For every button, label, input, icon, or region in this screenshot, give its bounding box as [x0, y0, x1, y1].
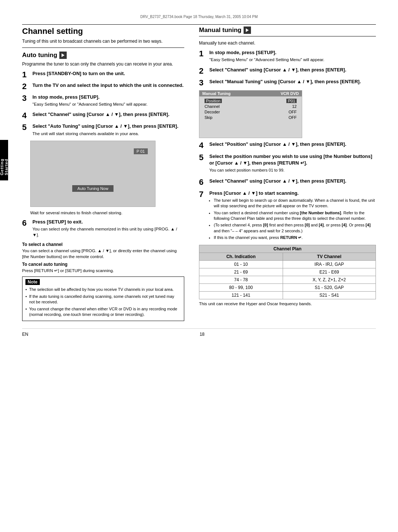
auto-step-2-number: 2 — [22, 82, 30, 91]
manual-step-1-content: In stop mode, press [SETUP]. "Easy Setti… — [209, 49, 376, 64]
manual-screen-skip-label: Skip — [205, 115, 212, 120]
screen-caption: Wait for several minutes to finish chann… — [30, 210, 184, 216]
manual-screen-skip-value: OFF — [289, 115, 297, 120]
manual-step-4: 4 Select "Position" using [Cursor ▲ / ▼]… — [199, 141, 376, 150]
manual-tuning-heading: Manual tuning — [199, 27, 376, 34]
auto-step-3-number: 3 — [22, 94, 30, 108]
manual-screen-header-right: VCR DVD — [280, 91, 299, 96]
tv-ch-3: X, Y, Z, Z+1, Z+2 — [283, 276, 376, 283]
manual-screen-row-2: Channel 12 — [205, 104, 297, 109]
bullet-4: If this is the channel you want, press R… — [214, 235, 376, 240]
auto-step-1-number: 1 — [22, 70, 30, 79]
manual-screen-header: Manual Tuning VCR DVD — [199, 91, 302, 96]
auto-step-6: 6 Press [SETUP] to exit. You can select … — [22, 219, 184, 239]
manual-step-5-main: Select the position number you wish to u… — [209, 153, 376, 166]
manual-step-6-main: Select "Channel" using [Cursor ▲ / ▼], t… — [209, 178, 376, 184]
auto-step-6-number: 6 — [22, 219, 30, 239]
svg-marker-12 — [62, 53, 64, 57]
manual-screen-dec-label: Decoder — [205, 110, 220, 114]
channel-plan-row-5: 121 - 141 S21 - S41 — [199, 291, 376, 299]
manual-step-7-main: Press [Cursor ▲ / ▼] to start scanning. — [209, 190, 376, 197]
note-title: Note — [25, 279, 40, 285]
manual-step-6: 6 Select "Channel" using [Cursor ▲ / ▼],… — [199, 178, 376, 187]
auto-tuning-icon — [59, 52, 67, 59]
main-content: Channel setting Tuning of this unit to b… — [22, 27, 376, 321]
manual-step-5: 5 Select the position number you wish to… — [199, 153, 376, 175]
manual-step-5-number: 5 — [199, 153, 207, 175]
manual-step-2-main: Select "Channel" using [Cursor ▲ / ▼], t… — [209, 67, 376, 73]
auto-step-6-sub: You can select only the channels memoriz… — [32, 226, 184, 238]
manual-step-6-content: Select "Channel" using [Cursor ▲ / ▼], t… — [209, 178, 376, 187]
auto-step-4-main: Select "Channel" using [Cursor ▲ / ▼], t… — [32, 111, 184, 118]
manual-step-7-number: 7 — [199, 190, 207, 242]
manual-step-1: 1 In stop mode, press [SETUP]. "Easy Set… — [199, 49, 376, 64]
note-box: Note The selection will be affected by h… — [22, 276, 184, 321]
auto-step-4: 4 Select "Channel" using [Cursor ▲ / ▼],… — [22, 111, 184, 120]
auto-step-6-content: Press [SETUP] to exit. You can select on… — [32, 219, 184, 239]
top-rule — [22, 24, 376, 25]
tv-ch-5: S21 - S41 — [283, 291, 376, 299]
manual-intro: Manually tune each channel. — [199, 40, 376, 46]
channel-plan-header-1: Ch. Indication — [199, 253, 283, 260]
manual-screen-ch-value: 12 — [292, 104, 297, 109]
manual-tuning-screen: Manual Tuning VCR DVD Position P01 Chann… — [199, 90, 302, 138]
auto-step-3: 3 In stop mode, press [SETUP]. "Easy Set… — [22, 94, 184, 108]
channel-setting-title: Channel setting — [22, 27, 184, 36]
bullet-3: (To select channel 4, press [0] first an… — [214, 222, 376, 234]
footer-lang: EN — [22, 332, 28, 337]
note-item-1: The selection will be affected by how yo… — [25, 287, 181, 292]
auto-tuning-heading: Auto tuning — [22, 52, 184, 59]
manual-step-3-content: Select "Manual Tuning" using [Cursor ▲ /… — [209, 78, 376, 87]
auto-step-1: 1 Press [STANDBY-ON] to turn on the unit… — [22, 70, 184, 79]
screen-badge: P 01 — [134, 148, 148, 154]
svg-marker-13 — [246, 28, 249, 32]
ch-ind-1: 01 - 10 — [199, 260, 283, 268]
auto-step-5-sub: The unit will start storing channels ava… — [32, 131, 184, 137]
manual-step-7: 7 Press [Cursor ▲ / ▼] to start scanning… — [199, 190, 376, 242]
channel-setting-intro: Tuning of this unit to broadcast channel… — [22, 38, 184, 45]
sidebar-tab: Getting Started — [0, 140, 8, 180]
manual-step-4-main: Select "Position" using [Cursor ▲ / ▼], … — [209, 141, 376, 148]
to-select-label: To select a channel — [22, 242, 184, 247]
ch-ind-4: 80 - 99, 100 — [199, 283, 283, 291]
channel-plan-row-2: 21 - 69 E21 - E69 — [199, 268, 376, 276]
header-info: DRV_B2737_B2734.book Page 18 Thursday, M… — [22, 15, 376, 21]
manual-screen-header-left: Manual Tuning — [202, 91, 231, 96]
bullet-1: The tuner will begin to search up or dow… — [214, 198, 376, 209]
manual-step-1-main: In stop mode, press [SETUP]. — [209, 49, 376, 56]
manual-screen-row-4: Skip OFF — [205, 115, 297, 120]
manual-screen-dec-value: OFF — [289, 110, 297, 114]
tv-ch-4: S1 - S20, GAP — [283, 283, 376, 291]
channel-plan-header-2: TV Channel — [283, 253, 376, 260]
manual-tuning-label: Manual tuning — [199, 27, 241, 34]
auto-step-1-content: Press [STANDBY-ON] to turn on the unit. — [32, 70, 184, 79]
manual-screen-pos-label: Position — [205, 99, 222, 103]
bullet-2: You can select a desired channel number … — [214, 210, 376, 222]
manual-step-1-number: 1 — [199, 49, 207, 64]
manual-screen-row-1: Position P01 — [205, 99, 297, 103]
manual-step-4-content: Select "Position" using [Cursor ▲ / ▼], … — [209, 141, 376, 150]
manual-screen-row-3: Decoder OFF — [205, 110, 297, 114]
auto-step-5: 5 Select "Auto Tuning" using [Cursor ▲ /… — [22, 123, 184, 137]
left-column: Channel setting Tuning of this unit to b… — [22, 27, 184, 321]
auto-step-5-content: Select "Auto Tuning" using [Cursor ▲ / ▼… — [32, 123, 184, 137]
to-cancel-text: Press [RETURN ↵] or [SETUP] during scann… — [22, 268, 184, 274]
page-container: DRV_B2737_B2734.book Page 18 Thursday, M… — [0, 0, 398, 532]
channel-plan-row-4: 80 - 99, 100 S1 - S20, GAP — [199, 283, 376, 291]
manual-step-7-bullets: The tuner will begin to search up or dow… — [209, 198, 376, 241]
tv-ch-2: E21 - E69 — [283, 268, 376, 276]
manual-step-5-sub: You can select position numbers 01 to 99… — [209, 168, 376, 173]
manual-step-3-main: Select "Manual Tuning" using [Cursor ▲ /… — [209, 78, 376, 85]
auto-step-2-main: Turn the TV on and select the input to w… — [32, 82, 184, 89]
note-item-3: You cannot change the channel when eithe… — [25, 306, 181, 318]
footer: EN 18 — [22, 328, 376, 337]
channel-plan-caption: Channel Plan — [199, 245, 376, 253]
manual-step-4-number: 4 — [199, 141, 207, 150]
auto-step-2-content: Turn the TV on and select the input to w… — [32, 82, 184, 91]
manual-divider — [199, 36, 376, 36]
auto-step-4-content: Select "Channel" using [Cursor ▲ / ▼], t… — [32, 111, 184, 120]
auto-step-3-main: In stop mode, press [SETUP]. — [32, 94, 184, 101]
manual-step-5-content: Select the position number you wish to u… — [209, 153, 376, 175]
auto-step-1-main: Press [STANDBY-ON] to turn on the unit. — [32, 70, 184, 77]
to-select-text: You can select a channel using [PROG. ▲ … — [22, 248, 184, 260]
